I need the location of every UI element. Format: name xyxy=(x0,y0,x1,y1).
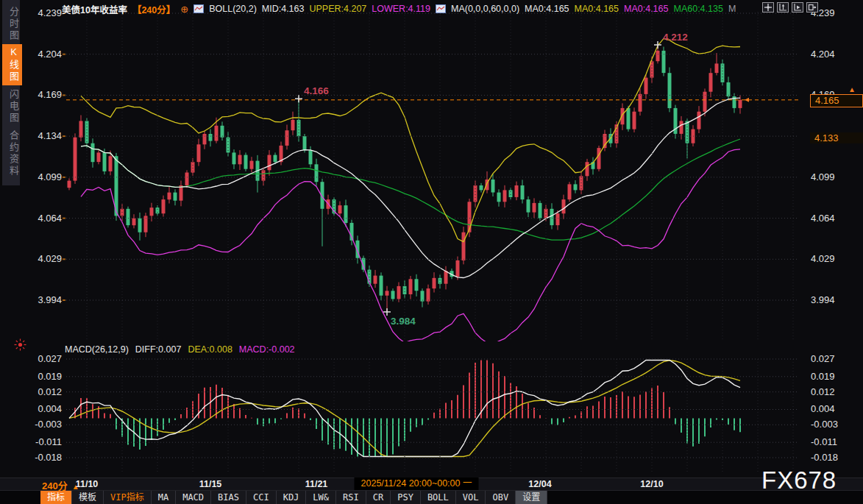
price-axis-label: 4.204 xyxy=(811,49,858,60)
macd-axis-label: -0.018 xyxy=(811,452,858,463)
macd-name: MACD(26,12,9) xyxy=(65,344,129,355)
price-axis-label: 4.029 xyxy=(811,254,858,264)
selected-time-range: 2025/11/24 20:00~00:00 一 xyxy=(355,478,479,490)
time-tick: 11/21 xyxy=(305,479,328,489)
macd-axis-label: 0.027 xyxy=(811,354,858,364)
price-axis-label: 4.204 xyxy=(25,49,62,60)
last-price-arrow: ▲ xyxy=(848,86,856,93)
macd-axis-label: 0.019 xyxy=(811,372,858,382)
chart-header: 美债10年收益率 【240分】 ⊕ BOLL(20,2) MID:4.163 U… xyxy=(62,1,736,16)
macd-diff-value: DIFF:0.007 xyxy=(135,344,182,355)
macd-dea-value: DEA:0.008 xyxy=(188,344,232,355)
macd-axis-label: -0.003 xyxy=(811,419,858,430)
macd-axis-label: 0.019 xyxy=(25,372,62,382)
mini-chart-icon[interactable] xyxy=(193,4,204,13)
macd-axis-label: 0.012 xyxy=(25,387,62,397)
tab-CCI[interactable]: CCI xyxy=(246,491,277,504)
tab-LW&[interactable]: LW& xyxy=(306,491,336,504)
secondary-price-badge: 4.133 xyxy=(810,132,863,143)
tab-KDJ[interactable]: KDJ xyxy=(277,491,307,504)
time-tick: 11/15 xyxy=(199,479,222,489)
alert-burst-icon[interactable] xyxy=(14,338,26,354)
period-label[interactable]: 【240分】 xyxy=(132,2,175,16)
time-tick: 12/10 xyxy=(640,479,663,489)
boll-mid-value: MID:4.163 xyxy=(262,4,305,14)
price-axis-label: 3.994 xyxy=(811,295,858,305)
tab-BIAS[interactable]: BIAS xyxy=(211,491,246,504)
macd-axis-label: 0.012 xyxy=(811,387,858,397)
tab-MACD[interactable]: MACD xyxy=(176,491,211,504)
sidebar-item-1[interactable]: 分时图 xyxy=(2,4,22,44)
price-axis-label: 4.099 xyxy=(811,172,858,182)
price-axis-label: 4.099 xyxy=(25,172,62,182)
tab-模板[interactable]: 模板 xyxy=(72,491,104,504)
mini-chart-icon[interactable] xyxy=(436,4,446,13)
price-axis-label: 4.064 xyxy=(811,213,858,224)
macd-axis-label: 0.027 xyxy=(25,354,62,364)
macd-macd-value: MACD:-0.002 xyxy=(239,344,295,355)
tab-OBV[interactable]: OBV xyxy=(486,491,516,504)
chart-canvas[interactable]: 4.1664.2123.984 xyxy=(0,0,863,504)
ma0-value-2: MA0:4.165 xyxy=(575,4,619,14)
macd-axis-label: -0.003 xyxy=(25,419,62,430)
boll-lower-value: LOWER:4.119 xyxy=(372,4,430,14)
indicator-tab-bar: 指标模板VIP指标MAMACDBIASCCIKDJLW&RSICRPSYBOLL… xyxy=(0,490,863,504)
price-axis-label: 4.239 xyxy=(25,8,62,18)
current-price-badge: 4.165 xyxy=(810,94,863,107)
tab-PSY[interactable]: PSY xyxy=(391,491,421,504)
tab-设置[interactable]: 设置 xyxy=(516,491,547,504)
sidebar-item-3[interactable]: 闪电图 xyxy=(2,87,22,127)
macd-axis-label: -0.011 xyxy=(811,437,858,447)
macd-axis-label: -0.011 xyxy=(25,437,62,447)
tab-VOL[interactable]: VOL xyxy=(456,491,486,504)
price-axis-label: 4.064 xyxy=(25,213,62,224)
macd-axis-label: 0.004 xyxy=(25,404,62,414)
macd-legend: MACD(26,12,9) DIFF:0.007 DEA:0.008 MACD:… xyxy=(65,344,295,355)
svg-text:3.984: 3.984 xyxy=(391,316,416,327)
boll-label: BOLL(20,2) xyxy=(209,4,257,14)
period-selector[interactable]: 240分▲ xyxy=(42,478,79,492)
tab-BOLL[interactable]: BOLL xyxy=(421,491,456,504)
trading-app-window: { "header": { "title": "美债10年收益率", "peri… xyxy=(0,0,863,504)
price-axis-label: 3.994 xyxy=(25,295,62,305)
ma60-value: MA60:4.135 xyxy=(673,4,722,14)
price-axis-label: 4.169 xyxy=(25,90,62,100)
sidebar-item-2[interactable]: K线图 xyxy=(2,44,22,85)
price-axis-label: 4.029 xyxy=(25,254,62,264)
ma0-value-1: MA0:4.165 xyxy=(525,4,569,14)
macd-axis-label: -0.018 xyxy=(25,452,62,463)
watermark-logo: FX678 xyxy=(761,466,837,494)
price-axis-label: 4.134 xyxy=(25,131,62,141)
time-tick: 11/10 xyxy=(76,479,99,489)
sidebar-item-4[interactable]: 合约资料 xyxy=(2,128,22,180)
tab-MA[interactable]: MA xyxy=(152,491,176,504)
ma0-value-3: MA0:4.165 xyxy=(624,4,668,14)
tab-指标[interactable]: 指标 xyxy=(40,491,72,504)
time-tick: 12/04 xyxy=(528,479,551,489)
tab-VIP指标[interactable]: VIP指标 xyxy=(104,491,152,504)
svg-text:4.166: 4.166 xyxy=(304,85,329,96)
tab-RSI[interactable]: RSI xyxy=(336,491,366,504)
sidebar-chart-modes: 分时图K线图闪电图合约资料 xyxy=(0,0,20,185)
pan-icon[interactable] xyxy=(762,2,774,13)
tab-CR[interactable]: CR xyxy=(366,491,391,504)
pop-out-icon[interactable] xyxy=(806,2,818,13)
m-label: M xyxy=(728,4,736,14)
axis-up-icon[interactable] xyxy=(777,2,789,13)
symbol-title: 美债10年收益率 xyxy=(62,2,127,16)
period-text: 240分 xyxy=(42,480,68,491)
chart-toolbar xyxy=(762,2,818,13)
ma-label: MA(0,0,0,60,0,0) xyxy=(451,4,519,14)
macd-axis-label: 0.004 xyxy=(811,404,858,414)
boll-upper-value: UPPER:4.207 xyxy=(309,4,366,14)
axis-play-icon[interactable] xyxy=(792,2,803,13)
crosshair-icon[interactable]: ⊕ xyxy=(180,4,188,15)
svg-text:4.212: 4.212 xyxy=(663,32,688,43)
